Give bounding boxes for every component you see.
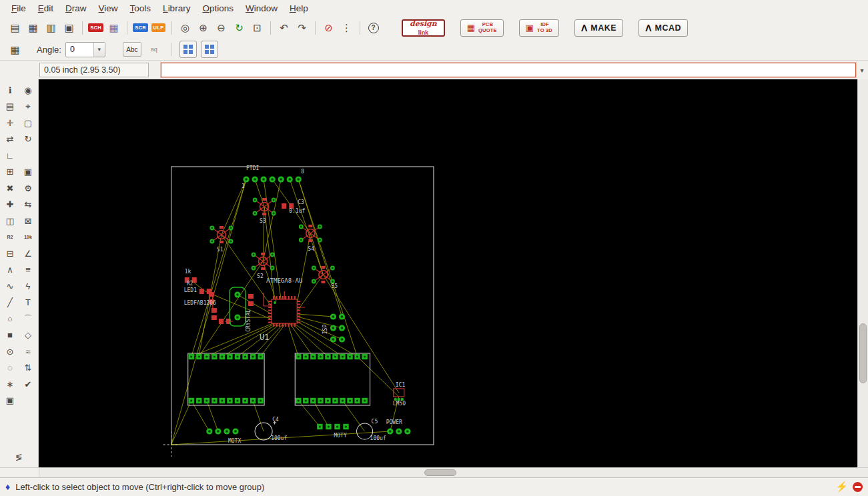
paste-tool[interactable]: ▣: [20, 164, 37, 179]
lock-tool[interactable]: ⊠: [20, 213, 37, 229]
designlink-button[interactable]: design link: [402, 19, 445, 37]
grid-settings-button[interactable]: ▦: [7, 41, 23, 58]
selection-filter-button[interactable]: ≶: [11, 449, 27, 465]
save-button[interactable]: ▦: [25, 19, 41, 36]
value-tool[interactable]: 10k: [20, 229, 37, 245]
zoom-out-button[interactable]: ⊖: [213, 19, 230, 36]
ftdi-header[interactable]: [243, 176, 301, 182]
rotate-tool[interactable]: ↻: [20, 131, 37, 147]
stop-button[interactable]: ⊘: [320, 19, 337, 36]
wire-tool[interactable]: ╱: [2, 295, 19, 310]
power-terminal[interactable]: [387, 428, 410, 434]
horizontal-scrollbar[interactable]: [39, 468, 858, 477]
passive-part[interactable]: [211, 308, 217, 320]
optimize-tool[interactable]: ≡: [20, 262, 37, 277]
view-toggle-1-button[interactable]: [179, 41, 197, 58]
command-history-dropdown[interactable]: ▾: [856, 63, 868, 77]
print-button[interactable]: ▥: [43, 19, 59, 36]
open-button[interactable]: ▤: [7, 19, 23, 36]
horizontal-scrollbar-thumb[interactable]: [424, 469, 456, 476]
angle-select[interactable]: 0 ▾: [65, 42, 105, 57]
auto-tool[interactable]: ∗: [2, 377, 19, 392]
switch-s4[interactable]: [299, 224, 322, 242]
menu-window[interactable]: Window: [240, 1, 284, 15]
drc-tool[interactable]: ✔: [20, 377, 37, 392]
undo-button[interactable]: ↶: [276, 19, 292, 36]
pinswap-tool[interactable]: ⇆: [20, 197, 37, 212]
vertical-scrollbar[interactable]: [857, 79, 868, 467]
rect-tool[interactable]: ■: [2, 327, 19, 343]
ratsnest-tool[interactable]: ⇅: [20, 360, 37, 375]
left-connector[interactable]: [188, 353, 264, 405]
menu-view[interactable]: View: [93, 1, 124, 15]
menu-options[interactable]: Options: [196, 1, 240, 15]
info-tool[interactable]: ℹ: [2, 83, 19, 98]
motx-terminal[interactable]: [206, 428, 238, 434]
view-toggle-2-button[interactable]: [201, 41, 218, 58]
options-dots-button[interactable]: ⋮: [338, 19, 355, 36]
redo-button[interactable]: ↷: [294, 19, 310, 36]
name-tool[interactable]: R2: [2, 229, 19, 245]
move-tool[interactable]: ✛: [2, 115, 19, 131]
make-button[interactable]: Λ MAKE: [574, 19, 623, 37]
errors-tool[interactable]: ▣: [2, 393, 19, 408]
arc-tool[interactable]: ⌒: [20, 311, 37, 327]
change-tool[interactable]: ⚙: [20, 181, 37, 196]
mark-tool[interactable]: ⌖: [20, 99, 37, 114]
command-input[interactable]: [161, 63, 856, 77]
switch-s2[interactable]: [252, 252, 275, 270]
zoom-redraw-button[interactable]: ↻: [231, 19, 248, 36]
group-tool[interactable]: ▢: [20, 115, 37, 131]
pcb-quote-button[interactable]: ▦ PCB QUOTE: [460, 19, 504, 37]
signal-tool[interactable]: ≈: [20, 344, 37, 359]
crystal[interactable]: [230, 287, 246, 326]
delete-tool[interactable]: ✖: [2, 181, 19, 196]
help-button[interactable]: ?: [365, 19, 382, 36]
via-tool[interactable]: ⊙: [2, 344, 19, 359]
text-ratio-button[interactable]: aq: [145, 43, 163, 56]
polygon-tool[interactable]: ◇: [20, 327, 37, 343]
add-tool[interactable]: ✚: [2, 197, 19, 212]
layers-grid-button[interactable]: ▦: [105, 19, 122, 36]
zoom-in-button[interactable]: ⊕: [195, 19, 211, 36]
ulp-button[interactable]: ULP: [150, 19, 167, 36]
mcu-u1[interactable]: [268, 296, 300, 327]
show-tool[interactable]: ◉: [20, 83, 37, 98]
switch-s1[interactable]: [209, 225, 233, 243]
lm50-sensor[interactable]: [394, 389, 404, 401]
passive-part[interactable]: [248, 294, 254, 306]
moty-terminal[interactable]: [317, 424, 349, 429]
mirror-tool[interactable]: ⇄: [2, 131, 19, 147]
isp-header[interactable]: [330, 313, 345, 342]
display-layers-tool[interactable]: ▤: [2, 99, 19, 114]
circle-tool[interactable]: ○: [2, 311, 19, 327]
replace-tool[interactable]: ◫: [2, 213, 19, 229]
smash-tool[interactable]: ⊟: [2, 246, 19, 261]
wire-bend-tool[interactable]: ∟: [2, 148, 19, 163]
schematic-button[interactable]: SCH: [87, 19, 104, 36]
switch-s3[interactable]: [253, 197, 276, 215]
mcad-button[interactable]: Λ MCAD: [638, 19, 688, 37]
copy-tool[interactable]: ⊞: [2, 164, 19, 179]
hole-tool[interactable]: ◌: [2, 360, 19, 375]
menu-help[interactable]: Help: [284, 1, 314, 15]
zoom-fit-button[interactable]: ◎: [177, 19, 193, 36]
script-button[interactable]: SCR: [132, 19, 149, 36]
zoom-select-button[interactable]: ⊡: [249, 19, 266, 36]
menu-draw[interactable]: Draw: [59, 1, 93, 15]
split-tool[interactable]: ∧: [2, 262, 19, 277]
right-connector[interactable]: [295, 353, 370, 405]
route-tool[interactable]: ∿: [2, 279, 19, 294]
miter-tool[interactable]: ∠: [20, 246, 37, 261]
menu-library[interactable]: Library: [157, 1, 196, 15]
text-tool[interactable]: T: [20, 295, 37, 310]
menu-file[interactable]: File: [5, 1, 32, 15]
vertical-scrollbar-thumb[interactable]: [859, 323, 867, 383]
export-image-button[interactable]: ▣: [61, 19, 77, 36]
idf-to-3d-button[interactable]: ▣ IDF TO 3D: [519, 19, 559, 37]
menu-tools[interactable]: Tools: [124, 1, 157, 15]
board-canvas[interactable]: FTDI 1 8 S3 S1 S4 S2 S5 C3 0.1uf ATMEGA8…: [39, 79, 857, 467]
ripup-tool[interactable]: ϟ: [20, 279, 37, 294]
switch-s5[interactable]: [312, 265, 335, 283]
text-style-button[interactable]: Abc: [123, 42, 141, 57]
